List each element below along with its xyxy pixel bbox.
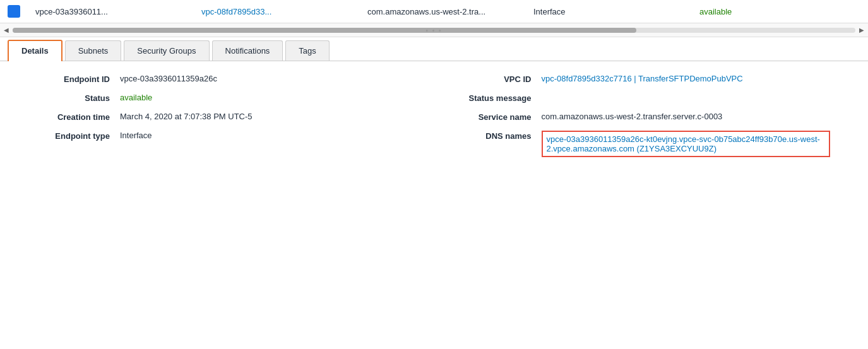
service-name-value: com.amazonaws.us-west-2.transfer.server.… (542, 112, 723, 121)
details-right-col: VPC ID vpc-08fd7895d332c7716 | TransferS… (434, 74, 843, 166)
horizontal-scrollbar[interactable]: ◀ ▶ • • • (0, 23, 868, 37)
vpc-id-value[interactable]: vpc-08fd7895d332c7716 | TransferSFTPDemo… (542, 74, 743, 83)
status-value: available (120, 93, 152, 102)
creation-time-value: March 4, 2020 at 7:07:38 PM UTC-5 (120, 112, 253, 121)
vpc-id-row: VPC ID vpc-08fd7895d332c7716 | TransferS… (447, 74, 831, 84)
service-name-col: com.amazonaws.us-west-2.tra... (362, 7, 528, 16)
endpoint-id-col: vpce-03a3936011... (30, 7, 196, 16)
tabs-bar: Details Subnets Security Groups Notifica… (0, 40, 868, 61)
tab-subnets[interactable]: Subnets (65, 40, 122, 61)
status-message-row: Status message (447, 93, 831, 103)
details-grid: Endpoint ID vpce-03a3936011359a26c Statu… (25, 74, 843, 166)
resize-handle[interactable]: • • • (425, 27, 442, 33)
status-message-label: Status message (447, 93, 542, 103)
service-name-row: Service name com.amazonaws.us-west-2.tra… (447, 112, 831, 122)
endpoint-type-row: Endpoint type Interface (38, 131, 422, 141)
scroll-left-arrow[interactable]: ◀ (3, 27, 10, 33)
endpoint-type-label: Endpoint type (38, 131, 120, 141)
row-checkbox[interactable] (8, 5, 20, 18)
creation-time-row: Creation time March 4, 2020 at 7:07:38 P… (38, 112, 422, 122)
endpoint-id-value: vpce-03a3936011359a26c (120, 74, 217, 83)
status-col: available (694, 7, 860, 16)
details-left-col: Endpoint ID vpce-03a3936011359a26c Statu… (25, 74, 434, 166)
service-name-label: Service name (447, 112, 542, 122)
status-label: Status (38, 93, 120, 103)
dns-names-row: DNS names vpce-03a3936011359a26c-kt0evjn… (447, 131, 831, 157)
status-row: Status available (38, 93, 422, 103)
scrollbar-thumb[interactable] (13, 28, 636, 33)
creation-time-label: Creation time (38, 112, 120, 122)
dns-names-value: vpce-03a3936011359a26c-kt0evjng.vpce-svc… (542, 131, 831, 157)
tab-notifications[interactable]: Notifications (212, 40, 283, 61)
dns-names-label: DNS names (447, 131, 542, 141)
endpoint-type-value: Interface (120, 131, 152, 140)
vpc-id-label: VPC ID (447, 74, 542, 84)
endpoint-id-row: Endpoint ID vpce-03a3936011359a26c (38, 74, 422, 84)
endpoint-list-row: vpce-03a3936011... vpc-08fd7895d33... co… (0, 0, 868, 23)
tab-details[interactable]: Details (8, 40, 62, 61)
tab-tags[interactable]: Tags (285, 40, 329, 61)
type-col: Interface (528, 7, 694, 16)
vpc-id-col[interactable]: vpc-08fd7895d33... (196, 7, 362, 16)
tab-security-groups[interactable]: Security Groups (124, 40, 209, 61)
scroll-right-arrow[interactable]: ▶ (858, 27, 865, 33)
endpoint-id-label: Endpoint ID (38, 74, 120, 84)
details-panel: Endpoint ID vpce-03a3936011359a26c Statu… (0, 61, 868, 179)
